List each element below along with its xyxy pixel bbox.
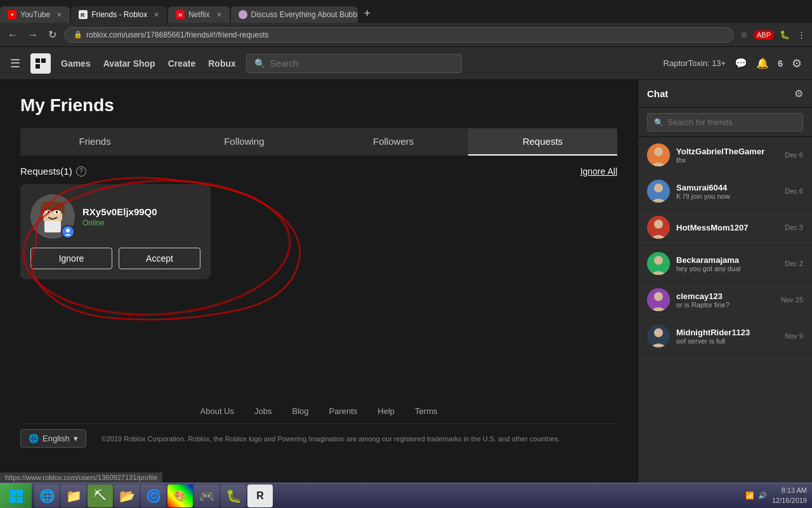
chat-item-5[interactable]: clemcay123 or is Raptor fine? Nov 25 bbox=[638, 282, 812, 318]
chat-item-3[interactable]: HotMessMom1207 Dec 3 bbox=[638, 210, 812, 246]
footer-area: About Us Jobs Blog Parents Help Terms 🌐 … bbox=[20, 406, 617, 448]
settings-icon-button[interactable]: ⚙ bbox=[792, 57, 802, 70]
chat-avatar-3 bbox=[647, 216, 670, 239]
menu-icon[interactable]: ⋮ bbox=[796, 29, 807, 41]
chat-name-3: HotMessMom1207 bbox=[676, 223, 778, 232]
footer-blog[interactable]: Blog bbox=[292, 406, 308, 416]
forward-button[interactable]: → bbox=[25, 28, 41, 42]
url-bar[interactable]: 🔒 roblox.com/users/178685661/friends#!/f… bbox=[64, 27, 734, 43]
request-actions: Ignore Accept bbox=[30, 248, 200, 269]
taskbar: 🌐 📁 ⛏ 📂 🌀 🎨 🎮 🐛 R 📶 🔊 8:13 AM 12/16/2019 bbox=[0, 483, 812, 508]
ignore-all-button[interactable]: Ignore All bbox=[580, 166, 617, 177]
hamburger-menu[interactable]: ☰ bbox=[10, 57, 20, 70]
taskbar-app-rainbow[interactable]: 🎨 bbox=[167, 485, 193, 507]
taskbar-right: 📶 🔊 8:13 AM 12/16/2019 bbox=[740, 486, 812, 505]
tab-roblox-friends[interactable]: R Friends - Roblox ✕ bbox=[71, 6, 167, 23]
ignore-button[interactable]: Ignore bbox=[30, 248, 112, 269]
tab-requests[interactable]: Requests bbox=[468, 128, 617, 156]
chat-name-1: YoltzGabrielTheGamer bbox=[676, 147, 778, 156]
tab-bubble[interactable]: Discuss Everything About Bubble ✕ bbox=[231, 6, 358, 23]
chat-msg-5: or is Raptor fine? bbox=[676, 301, 775, 309]
taskbar-apps: 🌐 📁 ⛏ 📂 🌀 🎨 🎮 🐛 R bbox=[32, 485, 740, 507]
language-select[interactable]: 🌐 English ▾ bbox=[20, 429, 86, 448]
search-input[interactable] bbox=[270, 58, 454, 69]
chat-search-input[interactable] bbox=[667, 117, 796, 127]
taskbar-app-ie[interactable]: 🌀 bbox=[141, 485, 166, 507]
chat-info-2: Samurai6044 K I'll join you now bbox=[676, 183, 778, 200]
taskbar-app-chrome[interactable]: 🌐 bbox=[34, 485, 60, 507]
content-area: My Friends Friends Following Followers R… bbox=[0, 80, 638, 508]
tab-youtube-label: YouTube bbox=[20, 10, 50, 19]
back-button[interactable]: ← bbox=[5, 28, 20, 42]
taskbar-icons: 📶 🔊 bbox=[745, 491, 767, 500]
taskbar-app-game[interactable]: 🎮 bbox=[194, 485, 219, 507]
start-button[interactable] bbox=[0, 483, 32, 509]
refresh-button[interactable]: ↻ bbox=[46, 27, 59, 42]
chat-time-6: Nov 9 bbox=[785, 332, 803, 340]
tab-youtube-close[interactable]: ✕ bbox=[56, 11, 62, 19]
chat-item-1[interactable]: YoltzGabrielTheGamer thx Dec 6 bbox=[638, 137, 812, 173]
taskbar-network-icon: 📶 bbox=[745, 491, 754, 500]
adblock-icon[interactable]: ABP bbox=[754, 30, 773, 39]
chat-time-4: Dec 2 bbox=[785, 260, 803, 267]
svg-point-21 bbox=[654, 147, 663, 156]
tab-roblox-close[interactable]: ✕ bbox=[154, 11, 159, 19]
requests-count-label: Requests(1) ? bbox=[20, 166, 86, 177]
nav-games[interactable]: Games bbox=[61, 58, 91, 69]
nav-robux[interactable]: Robux bbox=[208, 58, 236, 69]
svg-text:R: R bbox=[81, 12, 85, 18]
new-tab-button[interactable]: + bbox=[359, 4, 376, 23]
chat-search-box[interactable]: 🔍 bbox=[647, 113, 803, 131]
taskbar-app-minecraft[interactable]: ⛏ bbox=[88, 485, 113, 507]
chat-info-3: HotMessMom1207 bbox=[676, 223, 778, 232]
footer-parents[interactable]: Parents bbox=[329, 406, 358, 416]
tab-followers[interactable]: Followers bbox=[319, 128, 468, 156]
star-icon[interactable]: ☆ bbox=[739, 29, 749, 41]
main-content: My Friends Friends Following Followers R… bbox=[0, 80, 812, 508]
taskbar-app-roblox[interactable]: R bbox=[247, 485, 273, 507]
nav-create[interactable]: Create bbox=[168, 58, 196, 69]
chat-search-area: 🔍 bbox=[638, 108, 812, 137]
chat-item-4[interactable]: Beckaramajama hey you got any dual Dec 2 bbox=[638, 246, 812, 282]
nav-avatar-shop[interactable]: Avatar Shop bbox=[103, 58, 155, 69]
svg-rect-14 bbox=[61, 206, 65, 213]
taskbar-app-files[interactable]: 📂 bbox=[114, 485, 140, 507]
svg-point-29 bbox=[654, 292, 663, 301]
footer-help[interactable]: Help bbox=[377, 406, 395, 416]
chat-info-4: Beckaramajama hey you got any dual bbox=[676, 255, 778, 272]
chat-settings-icon[interactable]: ⚙ bbox=[794, 88, 803, 100]
footer-terms[interactable]: Terms bbox=[415, 406, 437, 416]
tab-youtube[interactable]: YouTube ✕ bbox=[0, 6, 70, 23]
notification-icon-button[interactable]: 🔔 bbox=[756, 57, 769, 69]
chat-name-5: clemcay123 bbox=[676, 291, 775, 301]
roblox-logo[interactable] bbox=[30, 53, 51, 74]
requests-title-text: Requests(1) bbox=[20, 166, 72, 177]
taskbar-app-folder[interactable]: 📁 bbox=[61, 485, 86, 507]
taskbar-app-bug[interactable]: 🐛 bbox=[221, 485, 246, 507]
chat-time-3: Dec 3 bbox=[785, 224, 803, 231]
tab-friends[interactable]: Friends bbox=[20, 128, 169, 156]
footer-about-us[interactable]: About Us bbox=[200, 406, 234, 416]
extension-icon[interactable]: 🐛 bbox=[778, 29, 791, 41]
svg-rect-7 bbox=[41, 64, 46, 69]
svg-point-27 bbox=[654, 256, 663, 265]
accept-button[interactable]: Accept bbox=[119, 248, 200, 269]
chat-item-6[interactable]: MidnightRider1123 oof server is full Nov… bbox=[638, 318, 812, 354]
tab-netflix[interactable]: N Netflix ✕ bbox=[168, 6, 229, 23]
chat-item-2[interactable]: Samurai6044 K I'll join you now Dec 6 bbox=[638, 173, 812, 210]
tab-following[interactable]: Following bbox=[169, 128, 318, 156]
footer-jobs[interactable]: Jobs bbox=[254, 406, 272, 416]
chat-icon-button[interactable]: 💬 bbox=[735, 57, 747, 69]
tab-bubble-label: Discuss Everything About Bubble bbox=[251, 10, 358, 19]
svg-rect-17 bbox=[48, 211, 49, 213]
nav-links: Games Avatar Shop Create Robux bbox=[61, 58, 236, 69]
svg-rect-35 bbox=[16, 497, 23, 503]
help-icon[interactable]: ? bbox=[76, 166, 86, 177]
tab-netflix-close[interactable]: ✕ bbox=[216, 11, 222, 19]
chat-time-1: Dec 6 bbox=[785, 151, 803, 159]
search-bar[interactable]: 🔍 bbox=[246, 54, 462, 73]
chat-avatar-5 bbox=[647, 288, 670, 311]
chat-name-6: MidnightRider1123 bbox=[676, 328, 778, 337]
roblox-nav: ☰ Games Avatar Shop Create Robux 🔍 Rapto… bbox=[0, 47, 812, 80]
chat-search-icon: 🔍 bbox=[654, 118, 664, 127]
